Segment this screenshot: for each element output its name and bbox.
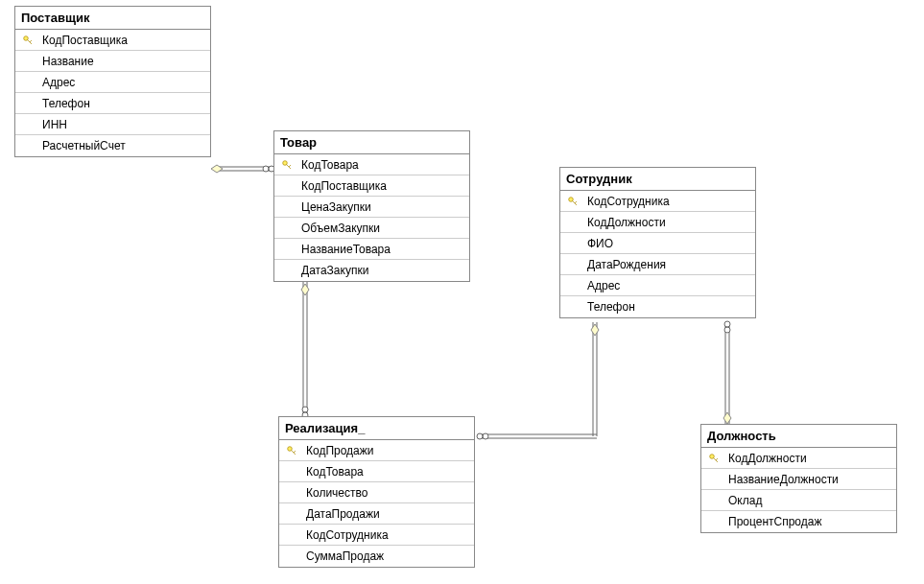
svg-point-16: [477, 433, 483, 439]
svg-line-29: [573, 200, 578, 205]
table-row[interactable]: КодПродажи: [279, 440, 474, 461]
table-row[interactable]: ФИО: [560, 233, 755, 254]
field-name: Оклад: [723, 494, 762, 507]
rel-employee-sale: [477, 322, 599, 439]
svg-line-33: [294, 451, 296, 453]
svg-marker-19: [723, 412, 731, 424]
field-name: ЦенаЗакупки: [296, 200, 371, 214]
table-row[interactable]: КодДолжности: [701, 448, 896, 469]
field-name: КодДолжности: [723, 452, 807, 465]
rel-product-sale: [301, 282, 309, 418]
table-position[interactable]: Должность КодДолжности НазваниеДолжности…: [700, 424, 897, 533]
table-body: КодПоставщика Название Адрес Телефон ИНН…: [15, 30, 210, 156]
pk-icon: [564, 196, 581, 207]
table-row[interactable]: Количество: [279, 482, 474, 503]
field-name: ПроцентСпродаж: [723, 515, 821, 528]
pk-icon: [705, 453, 723, 464]
field-name: КодПродажи: [300, 444, 374, 457]
svg-marker-7: [301, 284, 309, 295]
table-body: КодДолжности НазваниеДолжности Оклад Про…: [701, 448, 896, 532]
field-name: Количество: [300, 486, 367, 500]
field-name: ИНН: [36, 118, 67, 131]
field-name: ДатаЗакупки: [296, 264, 368, 277]
field-name: КодПоставщика: [296, 179, 387, 193]
svg-line-26: [287, 164, 292, 169]
pk-icon: [283, 445, 300, 456]
field-name: КодСотрудника: [581, 195, 670, 208]
table-row[interactable]: ИНН: [15, 114, 210, 135]
table-row[interactable]: КодСотрудника: [279, 525, 474, 546]
svg-line-36: [716, 458, 718, 460]
svg-marker-2: [211, 165, 223, 173]
field-name: КодСотрудника: [300, 528, 389, 542]
table-row[interactable]: ДатаПродажи: [279, 503, 474, 525]
field-name: Название: [36, 55, 94, 68]
table-row[interactable]: Адрес: [15, 72, 210, 93]
table-body: КодПродажи КодТовара Количество ДатаПрод…: [279, 440, 474, 567]
table-row[interactable]: НазваниеДолжности: [701, 469, 896, 490]
table-row[interactable]: ДатаРождения: [560, 254, 755, 275]
field-name: РасчетныйСчет: [36, 139, 126, 152]
table-row[interactable]: ЦенаЗакупки: [274, 197, 469, 218]
table-row[interactable]: КодСотрудника: [560, 191, 755, 212]
rel-supplier-product: [211, 165, 274, 173]
field-name: НазваниеТовара: [296, 243, 391, 256]
table-row[interactable]: РасчетныйСчет: [15, 135, 210, 156]
svg-line-35: [714, 457, 719, 462]
table-title[interactable]: Должность: [701, 424, 896, 448]
table-row[interactable]: ПроцентСпродаж: [701, 511, 896, 532]
field-name: ОбъемЗакупки: [296, 222, 380, 235]
table-row[interactable]: ОбъемЗакупки: [274, 218, 469, 239]
diagram-canvas: Поставщик КодПоставщика Название Адрес Т…: [0, 0, 924, 584]
field-name: Телефон: [36, 97, 90, 110]
table-row[interactable]: ДатаЗакупки: [274, 260, 469, 281]
table-body: КодТовара КодПоставщика ЦенаЗакупки Объе…: [274, 154, 469, 281]
table-title[interactable]: Товар: [274, 130, 469, 154]
field-name: КодПоставщика: [36, 34, 128, 47]
svg-line-30: [575, 201, 577, 203]
svg-point-21: [724, 321, 730, 327]
table-row[interactable]: КодПоставщика: [15, 30, 210, 51]
svg-point-3: [263, 166, 269, 172]
table-row[interactable]: КодТовара: [279, 461, 474, 482]
field-name: Адрес: [36, 76, 75, 89]
svg-line-24: [30, 40, 32, 42]
field-name: КодТовара: [296, 158, 359, 172]
table-title[interactable]: Сотрудник: [560, 167, 755, 191]
svg-point-8: [302, 407, 308, 412]
pk-icon: [19, 35, 36, 46]
svg-line-27: [289, 165, 291, 167]
table-product[interactable]: Товар КодТовара КодПоставщика ЦенаЗакупк…: [273, 130, 470, 282]
field-name: СуммаПродаж: [300, 549, 384, 563]
table-row[interactable]: Телефон: [560, 296, 755, 317]
field-name: ФИО: [581, 237, 613, 250]
pk-icon: [278, 159, 296, 171]
table-row[interactable]: СуммаПродаж: [279, 546, 474, 567]
table-title[interactable]: Реализация_: [279, 416, 474, 440]
table-supplier[interactable]: Поставщик КодПоставщика Название Адрес Т…: [14, 6, 211, 157]
table-body: КодСотрудника КодДолжности ФИО ДатаРожде…: [560, 191, 755, 317]
field-name: КодТовара: [300, 465, 364, 479]
svg-marker-14: [591, 324, 599, 336]
field-name: Телефон: [581, 300, 635, 314]
svg-point-15: [483, 433, 488, 439]
table-row[interactable]: Телефон: [15, 93, 210, 114]
table-employee[interactable]: Сотрудник КодСотрудника КодДолжности ФИО…: [559, 167, 756, 318]
table-row[interactable]: КодТовара: [274, 154, 469, 175]
rel-position-employee: [723, 321, 731, 424]
table-row[interactable]: НазваниеТовара: [274, 239, 469, 260]
svg-line-23: [28, 39, 33, 44]
field-name: Адрес: [581, 279, 620, 292]
table-row[interactable]: КодДолжности: [560, 212, 755, 233]
table-row[interactable]: Оклад: [701, 490, 896, 511]
svg-line-32: [292, 450, 296, 455]
table-sale[interactable]: Реализация_ КодПродажи КодТовара Количес…: [278, 416, 475, 568]
table-row[interactable]: Название: [15, 51, 210, 72]
field-name: ДатаРождения: [581, 258, 666, 271]
table-row[interactable]: КодПоставщика: [274, 175, 469, 197]
table-row[interactable]: Адрес: [560, 275, 755, 296]
field-name: НазваниеДолжности: [723, 473, 839, 486]
table-title[interactable]: Поставщик: [15, 6, 210, 30]
field-name: ДатаПродажи: [300, 507, 380, 521]
svg-point-20: [724, 327, 730, 333]
